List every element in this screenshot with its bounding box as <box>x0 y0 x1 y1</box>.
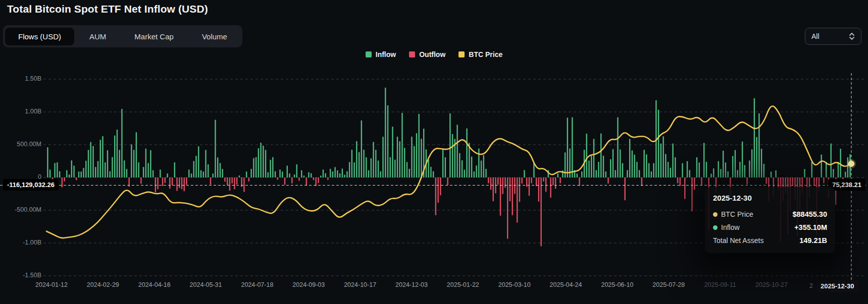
inflow-bar[interactable] <box>682 163 683 177</box>
inflow-bar[interactable] <box>392 127 393 177</box>
inflow-bar[interactable] <box>133 150 134 177</box>
inflow-bar[interactable] <box>670 168 671 177</box>
inflow-bar[interactable] <box>687 161 688 177</box>
inflow-bar[interactable] <box>356 141 357 177</box>
inflow-bar[interactable] <box>191 173 192 177</box>
outflow-bar[interactable] <box>435 177 436 215</box>
inflow-bar[interactable] <box>404 148 405 177</box>
outflow-bar[interactable] <box>186 177 187 185</box>
inflow-bar[interactable] <box>452 134 453 177</box>
inflow-bar[interactable] <box>363 150 364 177</box>
outflow-bar[interactable] <box>500 177 501 216</box>
inflow-bar[interactable] <box>744 165 745 177</box>
inflow-bar[interactable] <box>577 173 578 177</box>
inflow-bar[interactable] <box>397 137 398 177</box>
inflow-bar[interactable] <box>442 149 443 177</box>
inflow-bar[interactable] <box>462 160 463 177</box>
inflow-bar[interactable] <box>303 175 304 177</box>
inflow-bar[interactable] <box>112 157 113 177</box>
inflow-bar[interactable] <box>92 146 93 177</box>
inflow-bar[interactable] <box>239 175 240 177</box>
inflow-bar[interactable] <box>131 144 132 177</box>
outflow-bar[interactable] <box>447 177 448 185</box>
inflow-bar[interactable] <box>208 164 209 177</box>
inflow-bar[interactable] <box>136 132 137 177</box>
inflow-bar[interactable] <box>124 160 125 177</box>
inflow-bar[interactable] <box>102 136 103 177</box>
outflow-bar[interactable] <box>210 177 211 185</box>
inflow-bar[interactable] <box>758 113 759 177</box>
outflow-bar[interactable] <box>437 177 438 203</box>
outflow-bar[interactable] <box>179 177 180 188</box>
inflow-bar[interactable] <box>421 139 422 177</box>
inflow-bar[interactable] <box>675 157 676 177</box>
inflow-bar[interactable] <box>826 162 827 177</box>
outflow-bar[interactable] <box>579 177 580 186</box>
inflow-bar[interactable] <box>126 169 127 177</box>
inflow-bar[interactable] <box>143 167 144 177</box>
inflow-bar[interactable] <box>119 150 120 177</box>
inflow-bar[interactable] <box>771 172 772 177</box>
inflow-bar[interactable] <box>167 173 168 177</box>
inflow-bar[interactable] <box>419 114 420 177</box>
outflow-bar[interactable] <box>227 177 228 186</box>
outflow-bar[interactable] <box>680 177 681 186</box>
inflow-bar[interactable] <box>643 150 644 177</box>
inflow-bar[interactable] <box>69 174 70 177</box>
outflow-bar[interactable] <box>694 177 695 190</box>
inflow-bar[interactable] <box>588 160 589 177</box>
inflow-bar[interactable] <box>838 162 839 177</box>
outflow-bar[interactable] <box>488 177 489 183</box>
inflow-bar[interactable] <box>121 109 122 177</box>
inflow-bar[interactable] <box>703 143 704 177</box>
outflow-bar[interactable] <box>813 177 814 186</box>
outflow-bar[interactable] <box>521 177 522 184</box>
outflow-bar[interactable] <box>229 177 230 191</box>
chart-plot-area[interactable] <box>0 0 868 304</box>
outflow-bar[interactable] <box>701 177 702 185</box>
outflow-bar[interactable] <box>316 177 317 186</box>
inflow-bar[interactable] <box>100 140 101 177</box>
inflow-bar[interactable] <box>332 171 333 177</box>
inflow-bar[interactable] <box>742 142 743 177</box>
inflow-bar[interactable] <box>145 149 146 177</box>
inflow-bar[interactable] <box>188 169 189 177</box>
inflow-bar[interactable] <box>85 161 86 177</box>
outflow-bar[interactable] <box>559 177 560 183</box>
inflow-bar[interactable] <box>366 157 367 177</box>
inflow-bar[interactable] <box>591 156 592 177</box>
inflow-bar[interactable] <box>409 169 410 177</box>
inflow-bar[interactable] <box>474 171 475 177</box>
inflow-bar[interactable] <box>710 173 711 177</box>
inflow-bar[interactable] <box>845 172 846 177</box>
outflow-bar[interactable] <box>62 177 63 188</box>
outflow-bar[interactable] <box>76 177 77 180</box>
inflow-bar[interactable] <box>81 171 82 177</box>
inflow-bar[interactable] <box>483 155 484 177</box>
inflow-bar[interactable] <box>847 157 848 177</box>
outflow-bar[interactable] <box>298 177 299 181</box>
outflow-bar[interactable] <box>607 177 608 184</box>
outflow-bar[interactable] <box>512 177 513 215</box>
inflow-bar[interactable] <box>371 158 372 177</box>
outflow-bar[interactable] <box>236 177 237 185</box>
inflow-bar[interactable] <box>699 162 700 177</box>
inflow-bar[interactable] <box>735 150 736 177</box>
outflow-bar[interactable] <box>792 177 793 186</box>
inflow-bar[interactable] <box>603 156 604 177</box>
inflow-bar[interactable] <box>756 137 757 177</box>
inflow-bar[interactable] <box>627 170 628 177</box>
inflow-bar[interactable] <box>174 162 175 177</box>
inflow-bar[interactable] <box>610 159 611 177</box>
inflow-bar[interactable] <box>456 125 457 177</box>
inflow-bar[interactable] <box>349 162 350 177</box>
inflow-bar[interactable] <box>320 175 321 177</box>
outflow-bar[interactable] <box>529 177 530 196</box>
inflow-bar[interactable] <box>430 167 431 177</box>
outflow-bar[interactable] <box>64 177 65 181</box>
inflow-bar[interactable] <box>346 171 347 177</box>
inflow-bar[interactable] <box>66 170 67 177</box>
inflow-bar[interactable] <box>59 171 60 177</box>
inflow-bar[interactable] <box>416 133 417 177</box>
inflow-bar[interactable] <box>289 173 290 177</box>
